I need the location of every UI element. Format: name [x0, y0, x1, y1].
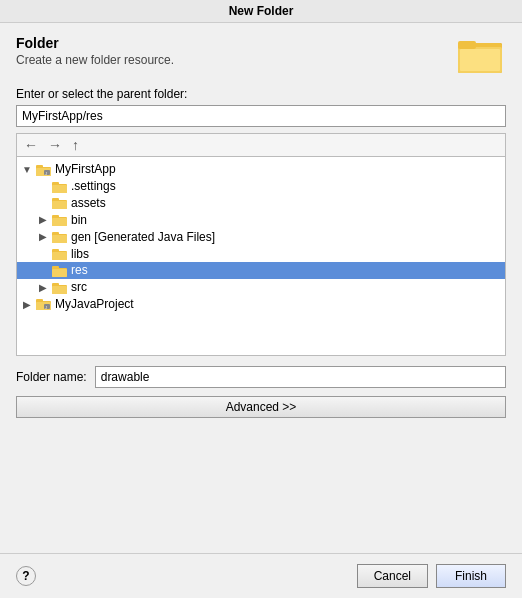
- parent-folder-input[interactable]: [16, 105, 506, 127]
- folder-icon-myFirstApp: J: [33, 162, 55, 177]
- tree-label-res: res: [71, 263, 88, 277]
- tree-item-libs[interactable]: libs: [17, 245, 505, 262]
- svg-rect-18: [52, 218, 67, 226]
- folder-icon-large: [458, 35, 506, 75]
- tree-item-src[interactable]: ▶ src: [17, 279, 505, 296]
- tree-item-res[interactable]: res: [17, 262, 505, 279]
- tree-toggle-gen[interactable]: ▶: [37, 231, 49, 242]
- tree-item-gen[interactable]: ▶ gen [Generated Java Files]: [17, 228, 505, 245]
- svg-rect-4: [460, 49, 500, 71]
- help-button[interactable]: ?: [16, 566, 36, 586]
- folder-icon-gen: [49, 229, 71, 244]
- svg-rect-24: [52, 252, 67, 260]
- tree-item-myJavaProject[interactable]: ▶ J MyJavaProject: [17, 296, 505, 313]
- tree-label-bin: bin: [71, 213, 87, 227]
- svg-rect-30: [52, 286, 67, 294]
- folder-icon-bin: [49, 212, 71, 227]
- tree-item-bin[interactable]: ▶ bin: [17, 211, 505, 228]
- folder-icon-settings: [49, 179, 71, 194]
- tree-item-myFirstApp[interactable]: ▼ J MyFirstApp: [17, 161, 505, 178]
- folder-icon-assets: [49, 196, 71, 211]
- folder-icon-res: [49, 263, 71, 278]
- header-section: Folder Create a new folder resource.: [16, 35, 506, 75]
- tree-toggle-bin[interactable]: ▶: [37, 214, 49, 225]
- title-bar: New Folder: [0, 0, 522, 23]
- svg-rect-3: [458, 41, 476, 49]
- tree-label-myFirstApp: MyFirstApp: [55, 162, 116, 176]
- svg-rect-12: [52, 185, 67, 193]
- tree-toolbar: ← → ↑: [16, 133, 506, 156]
- folder-name-input[interactable]: [95, 366, 506, 388]
- svg-text:J: J: [45, 171, 47, 176]
- folder-icon-myJavaProject: J: [33, 297, 55, 312]
- forward-button[interactable]: →: [45, 136, 65, 154]
- tree-label-src: src: [71, 280, 87, 294]
- tree-item-settings[interactable]: .settings: [17, 178, 505, 195]
- svg-rect-21: [52, 235, 67, 243]
- folder-icon-src: [49, 280, 71, 295]
- svg-rect-27: [52, 269, 67, 277]
- advanced-button[interactable]: Advanced >>: [16, 396, 506, 418]
- parent-folder-label: Enter or select the parent folder:: [16, 87, 506, 101]
- tree-label-myJavaProject: MyJavaProject: [55, 297, 134, 311]
- heading: Folder: [16, 35, 174, 51]
- finish-button[interactable]: Finish: [436, 564, 506, 588]
- subheading: Create a new folder resource.: [16, 53, 174, 67]
- tree-label-settings: .settings: [71, 179, 116, 193]
- svg-text:J: J: [45, 305, 47, 310]
- back-button[interactable]: ←: [21, 136, 41, 154]
- up-button[interactable]: ↑: [69, 136, 82, 154]
- header-text: Folder Create a new folder resource.: [16, 35, 174, 67]
- tree-label-libs: libs: [71, 247, 89, 261]
- cancel-button[interactable]: Cancel: [357, 564, 428, 588]
- dialog-body: Folder Create a new folder resource. Ent…: [0, 23, 522, 553]
- button-bar: ? Cancel Finish: [0, 553, 522, 598]
- tree-toggle-myJavaProject[interactable]: ▶: [21, 299, 33, 310]
- tree-container[interactable]: ▼ J MyFirstApp .settings assets▶ bin▶ ge…: [16, 156, 506, 356]
- dialog-title: New Folder: [229, 4, 294, 18]
- tree-toggle-myFirstApp[interactable]: ▼: [21, 164, 33, 175]
- folder-name-label: Folder name:: [16, 370, 87, 384]
- folder-name-row: Folder name:: [16, 366, 506, 388]
- tree-label-gen: gen [Generated Java Files]: [71, 230, 215, 244]
- tree-toggle-src[interactable]: ▶: [37, 282, 49, 293]
- tree-item-assets[interactable]: assets: [17, 195, 505, 212]
- folder-icon-libs: [49, 246, 71, 261]
- svg-rect-15: [52, 201, 67, 209]
- tree-label-assets: assets: [71, 196, 106, 210]
